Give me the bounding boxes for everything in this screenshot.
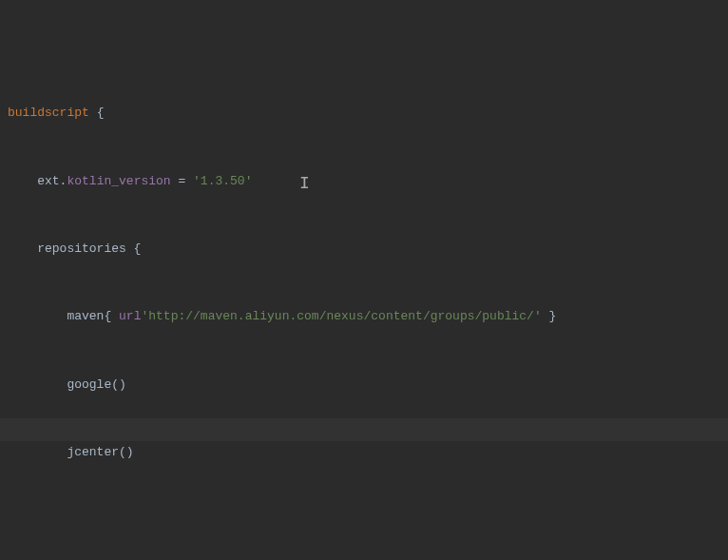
- jcenter-call: jcenter(): [8, 445, 134, 459]
- repositories-line: repositories {: [8, 241, 141, 256]
- ext-prefix: ext.: [8, 174, 67, 188]
- google-call: google(): [8, 377, 126, 392]
- code-editor[interactable]: I buildscript { ext.kotlin_version = '1.…: [0, 0, 728, 560]
- url-prop: url: [119, 309, 141, 323]
- maven-call: maven{: [8, 309, 119, 323]
- prop-kotlin-version: kotlin_version: [67, 174, 170, 188]
- equals: =: [171, 174, 193, 188]
- brace-open: {: [89, 106, 105, 120]
- text-cursor-icon: I: [299, 173, 301, 190]
- string-version: '1.3.50': [193, 174, 252, 188]
- current-line-highlight: [0, 418, 728, 441]
- brace-close: }: [542, 309, 557, 323]
- keyword-buildscript: buildscript: [8, 106, 89, 120]
- maven-url-string: 'http://maven.aliyun.com/nexus/content/g…: [141, 309, 541, 323]
